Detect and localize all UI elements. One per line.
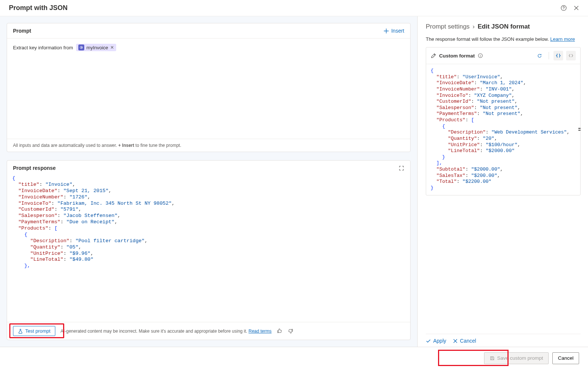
json-view-icon[interactable] bbox=[553, 51, 563, 60]
prompt-input-area[interactable]: Extract key information from myInvoice ✕ bbox=[7, 39, 410, 139]
variable-icon bbox=[78, 45, 84, 50]
dialog-footer: Save custom prompt Cancel bbox=[0, 347, 588, 369]
response-section-title: Prompt response bbox=[13, 165, 399, 171]
custom-format-editor[interactable]: { "title": "UserInvoice", "InvoiceDate":… bbox=[426, 64, 580, 195]
breadcrumb-parent[interactable]: Prompt settings bbox=[426, 23, 470, 30]
expand-icon[interactable] bbox=[399, 165, 404, 171]
chip-remove-icon[interactable]: ✕ bbox=[110, 45, 114, 50]
insert-button[interactable]: Insert bbox=[383, 28, 404, 34]
variable-chip-myinvoice[interactable]: myInvoice ✕ bbox=[76, 44, 117, 51]
close-icon[interactable] bbox=[574, 5, 579, 11]
custom-format-card: Custom format { "title": "UserInvoice", … bbox=[426, 47, 581, 195]
apply-button[interactable]: Apply bbox=[426, 338, 446, 344]
info-icon[interactable] bbox=[478, 53, 483, 58]
dialog-header: Prompt with JSON bbox=[0, 0, 588, 16]
prompt-footer-hint: All inputs and data are automatically us… bbox=[7, 139, 410, 152]
custom-format-title: Custom format bbox=[439, 53, 475, 59]
reset-icon[interactable] bbox=[535, 51, 544, 60]
settings-panel: Prompt settings › Edit JSON format The r… bbox=[417, 16, 588, 347]
code-view-icon[interactable] bbox=[566, 51, 576, 60]
response-json-output[interactable]: { "title": "Invoice", "InvoiceDate": "Se… bbox=[7, 174, 410, 322]
prompt-section-title: Prompt bbox=[13, 28, 383, 34]
thumbs-up-icon[interactable] bbox=[277, 328, 282, 334]
help-icon[interactable] bbox=[561, 5, 567, 11]
chevron-right-icon: › bbox=[473, 23, 475, 30]
response-card: Prompt response { "title": "Invoice", "I… bbox=[7, 160, 411, 340]
svg-point-1 bbox=[564, 9, 564, 9]
dialog-title: Prompt with JSON bbox=[9, 4, 561, 12]
breadcrumb: Prompt settings › Edit JSON format bbox=[426, 23, 581, 30]
edit-icon bbox=[431, 53, 436, 59]
learn-more-link[interactable]: Learn more bbox=[550, 36, 575, 42]
panel-cancel-button[interactable]: Cancel bbox=[453, 338, 476, 344]
insert-label: Insert bbox=[391, 28, 404, 34]
prompt-text-prefix: Extract key information from bbox=[13, 45, 73, 50]
breadcrumb-current: Edit JSON format bbox=[478, 23, 530, 30]
chip-label: myInvoice bbox=[86, 45, 108, 50]
ai-disclaimer: AI-generated content may be incorrect. M… bbox=[61, 329, 272, 334]
footer-cancel-button[interactable]: Cancel bbox=[552, 352, 579, 364]
test-prompt-button[interactable]: Test prompt bbox=[13, 326, 55, 336]
thumbs-down-icon[interactable] bbox=[288, 328, 293, 334]
save-custom-prompt-button: Save custom prompt bbox=[484, 352, 549, 364]
read-terms-link[interactable]: Read terms bbox=[249, 329, 272, 334]
resize-handle-icon[interactable] bbox=[578, 128, 581, 133]
panel-actions: Apply Cancel bbox=[426, 334, 581, 344]
format-description: The response format will follow the JSON… bbox=[426, 36, 581, 42]
prompt-card: Prompt Insert Extract key information fr… bbox=[7, 23, 411, 152]
